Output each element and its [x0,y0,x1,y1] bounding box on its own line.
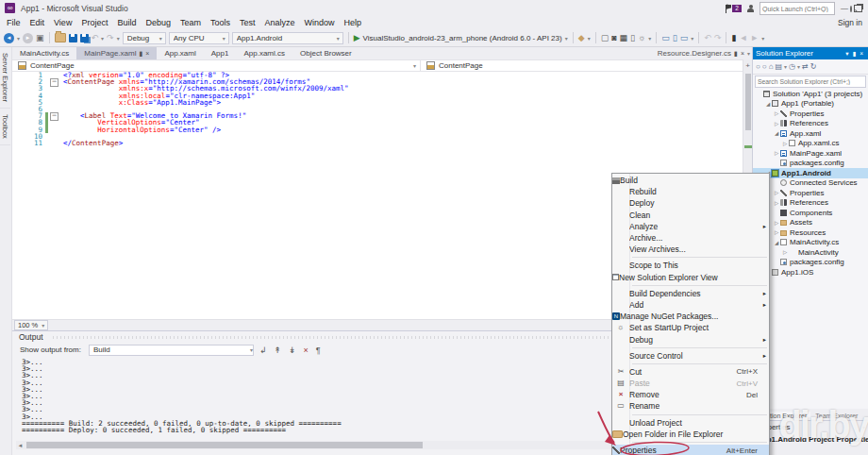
scroll-left-arrow-icon[interactable]: ◄ [16,443,25,448]
phone-icon[interactable]: ▯ [673,32,677,43]
quick-launch-input[interactable] [760,6,850,12]
panel-tab-team-explorer[interactable]: Team Explorer [811,412,861,420]
screenshot-icon[interactable]: ◙ [611,32,616,43]
open-file-icon[interactable] [55,33,66,42]
context-menu-item-unload-project[interactable]: Unload Project [612,417,769,429]
chevron-down-icon[interactable]: ▾ [648,35,651,42]
tree-item-app-xaml[interactable]: ◢App.xaml [753,128,868,139]
context-menu-item-rebuild[interactable]: Rebuild [612,186,769,197]
expander-icon[interactable]: ▷ [773,200,780,206]
scrollbar-thumb[interactable] [26,442,423,448]
context-menu-item-build-dependencies[interactable]: Build Dependencies▸ [612,288,769,299]
tree-item-mainpage-xaml[interactable]: ▷MainPage.xaml [753,148,868,159]
expander-icon[interactable]: ▷ [781,141,789,146]
window-navigation-icon[interactable]: ▣ [36,32,44,43]
menu-item-window[interactable]: Window [300,16,340,29]
context-menu-item-open-folder-in-file-explorer[interactable]: Open Folder in File Explorer [612,429,769,440]
new-item-icon[interactable]: ▢ [601,32,609,43]
pin-icon[interactable]: ▮ [139,47,142,59]
tab-object-browser[interactable]: Object Browser [292,47,359,59]
back-icon[interactable]: ○ [756,62,760,71]
menu-item-team[interactable]: Team [175,16,206,29]
navigate-back-icon[interactable]: ◄ [4,33,14,43]
tree-item-solution-app1-3-projects[interactable]: Solution 'App1' (3 projects) [753,89,868,99]
context-menu-item-remove[interactable]: ×RemoveDel [612,389,769,400]
tree-item-app-xaml-cs[interactable]: ▷App.xaml.cs [753,139,868,149]
context-menu-item-build[interactable]: Build [612,175,769,186]
forward-icon[interactable]: ○ [762,62,767,71]
split-editor-button[interactable]: + [743,59,752,72]
notifications-flag-icon[interactable]: 2 [725,5,742,13]
feedback-icon[interactable]: ◆ [578,32,585,43]
menu-item-test[interactable]: Test [235,16,260,29]
close-icon[interactable]: × [145,47,149,59]
tablet-icon[interactable]: ▭ [680,32,689,43]
chevron-down-icon[interactable]: ▾ [588,35,591,42]
tree-item-assets[interactable]: ▷Assets [753,218,868,228]
previous-message-icon[interactable]: ↟ [272,345,283,355]
expander-icon[interactable]: ◢ [773,240,780,245]
tree-item-properties[interactable]: ▷Properties [753,109,868,119]
menu-item-build[interactable]: Build [112,16,141,29]
scrollbar-thumb[interactable] [745,74,751,130]
expander-icon[interactable]: ▷ [773,150,780,156]
undo-icon[interactable]: ↶ [92,32,99,43]
tab-mainactivity-cs[interactable]: MainActivity.cs [12,47,76,59]
home-icon[interactable]: ⌂ [769,62,774,71]
quick-launch-box[interactable] [760,2,835,15]
tree-item-components[interactable]: Components [753,208,868,218]
tab-resource-designer-cs[interactable]: Resource.Designer.cs ▮ × ▾ [658,47,750,59]
menu-item-file[interactable]: File [2,16,25,29]
device-icon[interactable]: ▯ [630,32,635,43]
search-input[interactable] [756,78,865,85]
context-menu-item-add[interactable]: Add▸ [612,299,769,311]
tree-item-packages-config[interactable]: packages.config [753,159,868,169]
save-all-icon[interactable] [80,34,89,42]
output-source-dropdown[interactable]: Build ▾ [89,345,254,356]
start-debugging-button[interactable]: ▶ VisualStudio_android-23_arm_phone (And… [354,33,568,42]
tree-item-properties[interactable]: ▷Properties [753,188,868,198]
chevron-down-icon[interactable]: ▾ [784,63,787,70]
context-menu-item-debug[interactable]: Debug▸ [612,333,769,345]
menu-item-analyze[interactable]: Analyze [260,16,300,29]
context-menu-item-paste[interactable]: ▤PasteCtrl+V [612,378,769,389]
next-message-icon[interactable]: ↡ [287,345,298,355]
context-menu-item-archive[interactable]: Archive... [612,232,769,244]
context-menu-item-clean[interactable]: Clean [612,210,769,221]
save-icon[interactable] [69,34,77,42]
menu-item-edit[interactable]: Edit [25,16,50,29]
redo-icon[interactable]: ↷ [107,32,114,43]
context-menu-item-deploy[interactable]: Deploy [612,197,769,209]
menu-item-debug[interactable]: Debug [141,16,175,29]
navigate-back-dropdown-icon[interactable]: ▾ [17,35,20,42]
context-menu-item-scope-to-this[interactable]: Scope to This [612,260,769,271]
context-menu-item-properties[interactable]: PropertiesAlt+Enter [612,445,769,455]
zoom-level-dropdown[interactable]: 100 % ▾ [14,320,48,330]
context-menu-item-source-control[interactable]: Source Control▸ [612,350,769,362]
menu-item-project[interactable]: Project [76,16,112,29]
sync-with-active-document-icon[interactable]: ⇄ [802,62,809,71]
context-menu-item-cut[interactable]: ✂CutCtrl+X [612,366,769,378]
device-settings-icon[interactable]: ☼ [638,32,645,43]
tree-item-app1-android[interactable]: ◢App1.Android [753,168,868,178]
expander-icon[interactable]: ◢ [773,130,780,136]
expander-icon[interactable]: ▷ [773,121,780,126]
chevron-down-icon[interactable]: ▾ [862,424,865,430]
tab-app1[interactable]: App1 [204,47,237,59]
solution-platform-dropdown[interactable]: Any CPU▾ [169,32,229,44]
navigate-forward-icon[interactable]: ► [23,33,33,43]
tool-strip-tab-toolbox[interactable]: Toolbox [0,109,10,145]
context-menu-item-analyze[interactable]: Analyze▸ [612,221,769,232]
menu-item-tools[interactable]: Tools [206,16,235,29]
tab-app-xaml-cs[interactable]: App.xaml.cs [236,47,292,59]
properties-panel-header[interactable]: Properties ▾ [753,420,868,432]
tab-app-xaml[interactable]: App.xaml [157,47,203,59]
clear-all-icon[interactable]: × [302,345,310,355]
bookmark-icon[interactable]: ▮ [731,32,736,43]
sign-in-link[interactable]: Sign in [838,16,862,29]
close-icon[interactable]: × [741,47,744,59]
solution-explorer-header[interactable]: Solution Explorer ▾ ▮ × [753,47,868,59]
context-menu-item-set-as-startup-project[interactable]: ☼Set as StartUp Project [612,322,769,333]
context-menu-item-view-archives[interactable]: View Archives... [612,244,769,255]
feedback-person-icon[interactable] [746,5,755,13]
